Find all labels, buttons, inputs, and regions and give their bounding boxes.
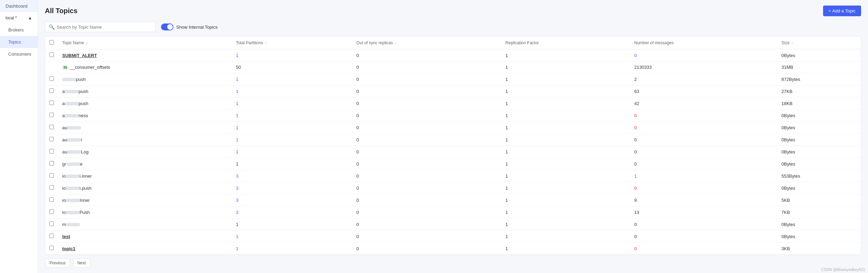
partitions-link[interactable]: 1 — [236, 137, 238, 142]
topic-name-suffix: i.inner — [79, 173, 92, 179]
topic-name-suffix: e — [80, 161, 83, 167]
size-cell: 0Bytes — [777, 122, 861, 134]
col-out-of-sync[interactable]: Out of sync replicas ↕ — [352, 37, 501, 49]
search-input[interactable] — [57, 25, 152, 30]
messages-link[interactable]: 0 — [634, 53, 636, 58]
sidebar-item-brokers[interactable]: Brokers — [0, 24, 38, 36]
row-checkbox[interactable] — [49, 88, 54, 93]
messages-link[interactable]: 0 — [634, 186, 636, 191]
messages-link[interactable]: 1 — [634, 173, 636, 179]
out-of-sync-cell: 0 — [352, 97, 501, 110]
out-of-sync-cell: 0 — [352, 158, 501, 170]
sidebar-item-label: local * — [6, 16, 17, 20]
partitions-cell: 1 — [232, 218, 352, 230]
messages-cell: 63 — [630, 85, 777, 97]
replication-cell: 1 — [501, 73, 630, 85]
row-checkbox[interactable] — [49, 53, 54, 57]
topic-name-prefix: au — [62, 125, 67, 130]
out-of-sync-cell: 0 — [352, 243, 501, 255]
col-total-partitions[interactable]: Total Partitions ↕ — [232, 37, 352, 49]
row-checkbox[interactable] — [49, 76, 54, 81]
page-title: All Topics — [45, 7, 77, 15]
sidebar-item-local[interactable]: local * ▲ — [0, 12, 38, 24]
messages-cell: 0 — [630, 49, 777, 62]
topic-name-suffix: push — [76, 77, 86, 82]
partitions-link[interactable]: 1 — [236, 149, 238, 154]
row-checkbox[interactable] — [49, 222, 54, 226]
messages-cell: 42 — [630, 97, 777, 110]
internal-badge: IN — [62, 65, 68, 70]
sidebar-item-label: Dashboard — [6, 3, 28, 9]
sidebar-item-consumers[interactable]: Consumers — [0, 48, 38, 60]
table-row: SUBMIT_ALERT10100Bytes — [45, 49, 861, 62]
row-checkbox-col — [45, 73, 58, 85]
size-cell: 0Bytes — [777, 230, 861, 243]
replication-cell: 1 — [501, 49, 630, 62]
partitions-link[interactable]: 1 — [236, 77, 238, 82]
topic-name-suffix: i.push — [79, 186, 92, 191]
prev-button[interactable]: Previous — [45, 258, 70, 267]
sidebar-item-topics[interactable]: Topics — [0, 36, 38, 48]
partitions-link[interactable]: 1 — [236, 113, 238, 118]
topic-name-prefix: a — [62, 101, 65, 106]
row-checkbox[interactable] — [49, 113, 54, 117]
messages-link[interactable]: 0 — [634, 246, 636, 251]
row-checkbox[interactable] — [49, 149, 54, 153]
partitions-cell: 1 — [232, 49, 352, 62]
size-cell: 7KB — [777, 206, 861, 218]
messages-link[interactable]: 0 — [634, 125, 636, 130]
out-of-sync-cell: 0 — [352, 206, 501, 218]
partitions-link[interactable]: 3 — [236, 173, 238, 179]
col-topic-name[interactable]: Topic Name ↕ — [58, 37, 232, 49]
table-row: au10100Bytes — [45, 122, 861, 134]
table-row: ioi.inner3011553Bytes — [45, 170, 861, 182]
size-cell: 872Bytes — [777, 73, 861, 85]
next-button[interactable]: Next — [73, 258, 91, 267]
row-checkbox[interactable] — [49, 125, 54, 129]
row-checkbox[interactable] — [49, 209, 54, 214]
select-all-checkbox[interactable] — [49, 40, 54, 45]
row-checkbox-col — [45, 243, 58, 255]
partitions-link[interactable]: 1 — [236, 89, 238, 94]
row-checkbox[interactable] — [49, 234, 54, 238]
row-checkbox[interactable] — [49, 197, 54, 202]
topic-name-link[interactable]: SUBMIT_ALERT — [62, 53, 97, 58]
select-all-col — [45, 37, 58, 49]
col-size[interactable]: Size ↕ — [777, 37, 861, 49]
partitions-link[interactable]: 3 — [236, 186, 238, 191]
row-checkbox[interactable] — [49, 137, 54, 141]
sort-icon-size: ↕ — [791, 41, 793, 45]
partitions-link[interactable]: 3 — [236, 210, 238, 215]
row-checkbox[interactable] — [49, 185, 54, 190]
topic-name: __consumer_offsets — [70, 65, 110, 70]
topic-name-link[interactable]: topic1 — [62, 246, 75, 251]
topic-name-prefix: io — [62, 173, 66, 179]
show-internal-topics-toggle[interactable] — [161, 23, 173, 30]
topic-name-cell: topic1 — [58, 243, 232, 255]
topic-name-cell: ioPush — [58, 206, 232, 218]
partitions-link[interactable]: 3 — [236, 198, 238, 203]
row-checkbox[interactable] — [49, 161, 54, 166]
partitions-cell: 1 — [232, 158, 352, 170]
topic-name-link[interactable]: test — [62, 234, 70, 239]
partitions-link[interactable]: 1 — [236, 101, 238, 106]
topic-name-redacted — [66, 162, 80, 166]
size-cell: 18KB — [777, 97, 861, 110]
topic-name-suffix: push — [78, 89, 88, 94]
sidebar-item-dashboard[interactable]: Dashboard — [0, 0, 38, 12]
partitions-link[interactable]: 1 — [236, 234, 238, 239]
replication-cell: 1 — [501, 158, 630, 170]
messages-link[interactable]: 0 — [634, 113, 636, 118]
row-checkbox[interactable] — [49, 173, 54, 178]
add-topic-button[interactable]: + Add a Topic — [823, 6, 861, 16]
partitions-link[interactable]: 1 — [236, 125, 238, 130]
messages-cell: 1 — [630, 170, 777, 182]
size-cell: 0Bytes — [777, 182, 861, 194]
topic-name-cell: test — [58, 230, 232, 243]
row-checkbox[interactable] — [49, 246, 54, 250]
row-checkbox[interactable] — [49, 101, 54, 105]
partitions-link[interactable]: 1 — [236, 53, 238, 58]
size-cell: 31MB — [777, 62, 861, 73]
partitions-link[interactable]: 1 — [236, 246, 238, 251]
table-row: gre10100Bytes — [45, 158, 861, 170]
